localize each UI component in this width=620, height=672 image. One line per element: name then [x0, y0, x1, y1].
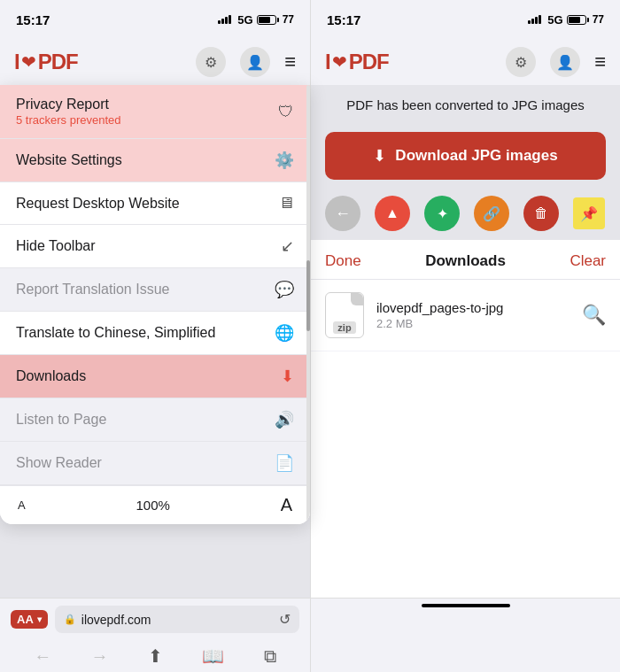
font-percent: 100%	[136, 498, 169, 513]
nav-bar-right: I ❤ PDF ⚙ 👤 ≡	[311, 39, 620, 85]
nav-bar-left: I ❤ PDF ⚙ 👤 ≡	[0, 39, 310, 85]
status-bar-left: 15:17 5G 77	[0, 0, 310, 39]
menu-item-translate[interactable]: Translate to Chinese, Simplified 🌐	[0, 312, 310, 355]
hamburger-icon-right[interactable]: ≡	[594, 50, 606, 73]
dropbox-action-button[interactable]: ✦	[424, 196, 460, 231]
back-icon[interactable]: ←	[34, 646, 51, 667]
translate-icon: 🌐	[275, 323, 294, 343]
back-arrow-icon: ←	[335, 205, 351, 223]
downloads-clear-button[interactable]: Clear	[570, 252, 606, 270]
zip-label: zip	[333, 321, 355, 334]
download-jpg-button[interactable]: ⬇ Download JPG images	[325, 132, 606, 180]
downloads-panel: Done Downloads Clear zip ilovepdf_pages-…	[311, 240, 620, 598]
report-translation-icon: 💬	[275, 280, 294, 299]
status-bar-right: 15:17 5G 77	[311, 0, 620, 39]
address-row: AA ▾ 🔒 ilovepdf.com ↺	[0, 599, 310, 640]
listen-icon: 🔊	[275, 410, 294, 429]
context-menu: Privacy Report 5 trackers prevented 🛡 We…	[0, 85, 310, 559]
logo-heart-right: ❤	[332, 51, 347, 73]
download-size: 2.2 MB	[376, 317, 570, 330]
right-content: PDF has been converted to JPG images ⬇ D…	[311, 85, 620, 598]
share-icon[interactable]: ⬆	[148, 645, 163, 667]
privacy-report-subtitle: 5 trackers prevented	[16, 113, 121, 127]
battery-icon-left	[257, 15, 279, 25]
left-panel: 15:17 5G 77 I ❤ PDF ⚙ 👤 ≡	[0, 0, 310, 672]
status-icons-right: 5G 77	[528, 13, 604, 27]
font-size-bar: A 100% A	[0, 485, 310, 524]
menu-item-listen[interactable]: Listen to Page 🔊	[0, 398, 310, 442]
home-indicator-right	[422, 604, 510, 607]
download-info: ilovepdf_pages-to-jpg 2.2 MB	[376, 300, 570, 330]
aa-badge[interactable]: AA ▾	[11, 610, 48, 629]
converted-banner-right: PDF has been converted to JPG images	[311, 85, 620, 125]
website-settings-title: Website Settings	[16, 152, 122, 168]
back-action-button[interactable]: ←	[325, 196, 360, 231]
aa-chevron: ▾	[37, 614, 42, 624]
menu-item-website-settings[interactable]: Website Settings ⚙️	[0, 139, 310, 182]
dropbox-icon: ✦	[437, 205, 448, 222]
action-row: ← ▲ ✦ 🔗 🗑 📌	[311, 187, 620, 240]
delete-action-button[interactable]: 🗑	[523, 196, 559, 231]
download-arrow-icon: ⬇	[373, 146, 386, 166]
trash-icon: 🗑	[534, 205, 548, 221]
aa-label: AA	[17, 613, 34, 626]
downloads-header: Done Downloads Clear	[311, 240, 620, 280]
hide-toolbar-icon: ↙	[281, 236, 294, 256]
time-left: 15:17	[16, 12, 50, 27]
font-small-a[interactable]: A	[18, 498, 26, 512]
show-reader-icon: 📄	[275, 453, 294, 473]
menu-item-downloads[interactable]: Downloads ⬇	[0, 355, 310, 398]
hamburger-icon[interactable]: ≡	[284, 50, 296, 73]
address-field[interactable]: 🔒 ilovepdf.com ↺	[55, 606, 299, 633]
menu-item-request-desktop[interactable]: Request Desktop Website 🖥	[0, 182, 310, 225]
upload-action-button[interactable]: ▲	[375, 196, 410, 231]
lock-icon: 🔒	[64, 614, 76, 625]
nav-icons-right: ⚙ 👤 ≡	[506, 47, 606, 77]
menu-container: Privacy Report 5 trackers prevented 🛡 We…	[0, 85, 310, 524]
menu-item-privacy-report[interactable]: Privacy Report 5 trackers prevented 🛡	[0, 85, 310, 139]
user-icon-right[interactable]: 👤	[550, 47, 580, 77]
reload-icon[interactable]: ↺	[279, 611, 291, 628]
bookmarks-icon[interactable]: 📖	[202, 645, 224, 667]
logo-right: I ❤ PDF	[325, 50, 389, 74]
battery-pct-right: 77	[593, 13, 604, 26]
logo-pdf-right: PDF	[349, 50, 389, 74]
logo-text-left: I	[14, 50, 19, 74]
battery-pct-left: 77	[283, 13, 294, 26]
menu-item-privacy-left: Privacy Report 5 trackers prevented	[16, 97, 121, 127]
signal-icon-right	[528, 15, 541, 24]
menu-item-report-translation[interactable]: Report Translation Issue 💬	[0, 268, 310, 312]
battery-icon-right	[567, 15, 589, 25]
scroll-indicator	[306, 85, 310, 524]
link-icon: 🔗	[483, 205, 500, 222]
scroll-thumb	[306, 260, 310, 331]
forward-icon[interactable]: →	[91, 646, 109, 667]
link-action-button[interactable]: 🔗	[474, 196, 509, 231]
download-btn-label: Download JPG images	[395, 147, 557, 165]
downloads-done-button[interactable]: Done	[325, 252, 361, 270]
logo-pdf-left: PDF	[38, 50, 78, 74]
network-label-right: 5G	[547, 13, 562, 27]
page-content-left: PDF has been converted to JPG images Pri…	[0, 85, 310, 598]
menu-item-hide-toolbar[interactable]: Hide Toolbar ↙	[0, 225, 310, 268]
menu-item-show-reader[interactable]: Show Reader 📄	[0, 442, 310, 485]
download-filename: ilovepdf_pages-to-jpg	[376, 300, 570, 315]
logo-text-right: I	[325, 50, 330, 74]
logo-heart-left: ❤	[21, 51, 36, 73]
sticky-note-icon: 📌	[573, 197, 605, 229]
privacy-report-title: Privacy Report	[16, 97, 121, 112]
time-right: 15:17	[327, 12, 360, 27]
signal-icon	[218, 15, 231, 24]
nav-icons-left: ⚙ 👤 ≡	[196, 47, 296, 77]
request-desktop-icon: 🖥	[278, 194, 294, 212]
settings-icon[interactable]: ⚙	[196, 47, 226, 77]
user-icon[interactable]: 👤	[240, 47, 270, 77]
settings-icon-right[interactable]: ⚙	[506, 47, 536, 77]
search-download-icon[interactable]: 🔍	[582, 304, 606, 327]
report-translation-title: Report Translation Issue	[16, 282, 169, 297]
logo-left: I ❤ PDF	[14, 50, 78, 74]
translate-title: Translate to Chinese, Simplified	[16, 325, 215, 341]
tabs-icon[interactable]: ⧉	[264, 646, 276, 667]
hide-toolbar-title: Hide Toolbar	[16, 238, 96, 254]
font-large-a[interactable]: A	[281, 495, 292, 515]
